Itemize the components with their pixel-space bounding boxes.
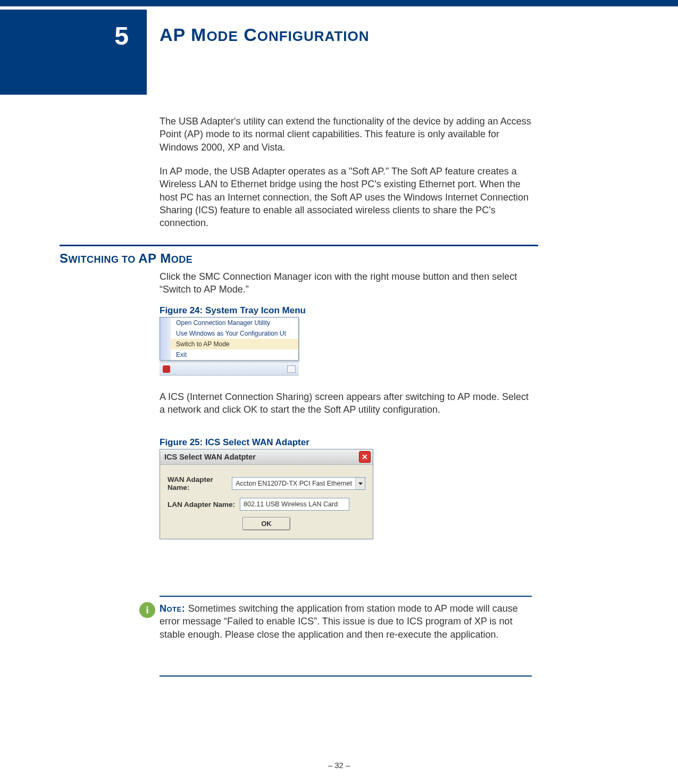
- context-menu: Open Connection Manager Utility Use Wind…: [160, 317, 299, 361]
- ok-button[interactable]: OK: [242, 517, 290, 530]
- intro-paragraph-2: In AP mode, the USB Adapter operates as …: [160, 165, 532, 229]
- figure-25-caption: Figure 25: ICS Select WAN Adapter: [160, 437, 309, 448]
- section-heading-switching: SWITCHING TO AP MODE: [60, 251, 192, 266]
- top-accent-bar: [0, 0, 678, 6]
- dialog-body: WAN Adapter Name: Accton EN1207D-TX PCI …: [160, 465, 373, 539]
- lan-adapter-label: LAN Adapter Name:: [168, 501, 240, 508]
- chapter-number-block: 5: [0, 10, 147, 95]
- close-icon[interactable]: ✕: [359, 451, 371, 463]
- wan-adapter-label: WAN Adapter Name:: [168, 476, 232, 491]
- dialog-titlebar: ICS Select WAN Adatpter ✕: [160, 449, 373, 465]
- chevron-down-icon[interactable]: [355, 478, 365, 489]
- lan-adapter-field: 802.11 USB Wireless LAN Card: [240, 498, 349, 511]
- figure-25-ics-dialog: ICS Select WAN Adatpter ✕ WAN Adapter Na…: [160, 449, 373, 539]
- note-text: Note: Sometimes switching the applicatio…: [160, 602, 532, 641]
- chapter-title: AP MODE CONFIGURATION: [160, 24, 370, 45]
- note-content: Sometimes switching the application from…: [160, 603, 518, 640]
- wan-adapter-select[interactable]: Accton EN1207D-TX PCI Fast Ethernet: [232, 477, 365, 490]
- note-rule-top: [160, 596, 532, 597]
- wan-adapter-value: Accton EN1207D-TX PCI Fast Ethernet: [232, 480, 355, 487]
- tray-expand-icon[interactable]: [287, 365, 296, 373]
- instruction-paragraph-2: A ICS (Internet Connection Sharing) scre…: [160, 390, 532, 416]
- menu-item-exit[interactable]: Exit: [171, 349, 298, 360]
- system-tray: [160, 362, 299, 376]
- figure-24-caption: Figure 24: System Tray Icon Menu: [160, 305, 306, 316]
- section-divider: [60, 245, 538, 246]
- dialog-title-text: ICS Select WAN Adatpter: [164, 453, 256, 461]
- menu-gutter: [160, 318, 171, 360]
- menu-item-switch-ap-mode[interactable]: Switch to AP Mode: [171, 339, 298, 349]
- tray-app-icon[interactable]: [163, 365, 170, 373]
- note-rule-bottom: [160, 675, 532, 677]
- intro-paragraph-1: The USB Adapter's utility can extend the…: [160, 115, 532, 154]
- menu-item-use-windows-config[interactable]: Use Windows as Your Configuration Ut: [171, 328, 298, 339]
- info-icon: i: [139, 602, 155, 618]
- menu-item-open-manager[interactable]: Open Connection Manager Utility: [171, 318, 298, 328]
- note-label: Note:: [160, 603, 188, 614]
- page-number: – 32 –: [0, 761, 678, 770]
- figure-24-system-tray-menu: Open Connection Manager Utility Use Wind…: [160, 317, 299, 376]
- chapter-number: 5: [114, 21, 129, 51]
- instruction-paragraph-1: Click the SMC Connection Manager icon wi…: [160, 270, 532, 296]
- menu-items: Open Connection Manager Utility Use Wind…: [171, 318, 298, 360]
